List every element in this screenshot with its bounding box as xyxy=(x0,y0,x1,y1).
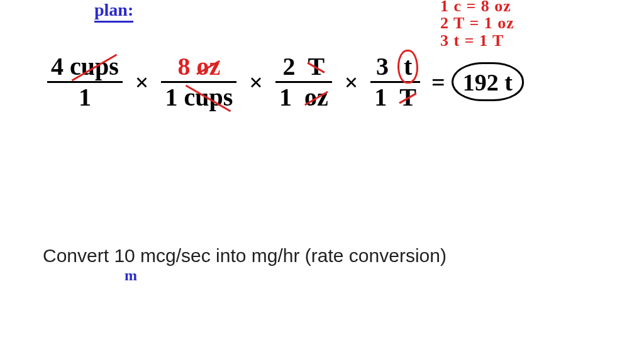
f3-num-unit: T xyxy=(308,53,325,80)
times-2: × xyxy=(248,69,264,96)
result: 192 t xyxy=(457,69,519,96)
f4-num-val: 3 xyxy=(376,52,389,80)
f2-den-val: 1 xyxy=(165,83,177,111)
f4-den-val: 1 xyxy=(374,83,387,111)
problem-text: Convert 10 mcg/sec into mg/hr (rate conv… xyxy=(43,245,447,266)
fraction-3: 2 T 1 oz xyxy=(275,53,332,111)
f2-num-unit: oz xyxy=(196,53,220,80)
f3-den-val: 1 xyxy=(279,83,292,111)
fraction-1: 4 cups 1 xyxy=(47,53,123,111)
plan-label: plan: xyxy=(94,0,133,20)
f2-num-val: 8 xyxy=(177,52,190,80)
conversion-line-3: 3 t = 1 T xyxy=(440,31,504,50)
dimensional-analysis-equation: 4 cups 1 × 8 oz 1 cups × 2 T 1 oz × xyxy=(47,53,519,111)
fraction-4: 3 t 1 T xyxy=(370,53,420,111)
f1-num-unit: cups xyxy=(70,53,119,80)
times-1: × xyxy=(134,69,150,96)
conversion-line-2: 2 T = 1 oz xyxy=(440,14,514,33)
f1-den-val: 1 xyxy=(79,83,91,111)
times-3: × xyxy=(343,69,360,96)
f2-den-unit: cups xyxy=(184,84,233,111)
equals-sign: = xyxy=(431,69,445,96)
f4-den-unit: T xyxy=(399,84,416,111)
problem-note: m xyxy=(125,267,137,284)
f4-num-unit: t xyxy=(401,53,414,80)
fraction-2: 8 oz 1 cups xyxy=(161,53,236,111)
f3-num-val: 2 xyxy=(282,52,295,80)
f1-num-val: 4 xyxy=(51,52,64,80)
plan-text: plan: xyxy=(94,0,133,23)
f3-den-unit: oz xyxy=(304,84,328,111)
